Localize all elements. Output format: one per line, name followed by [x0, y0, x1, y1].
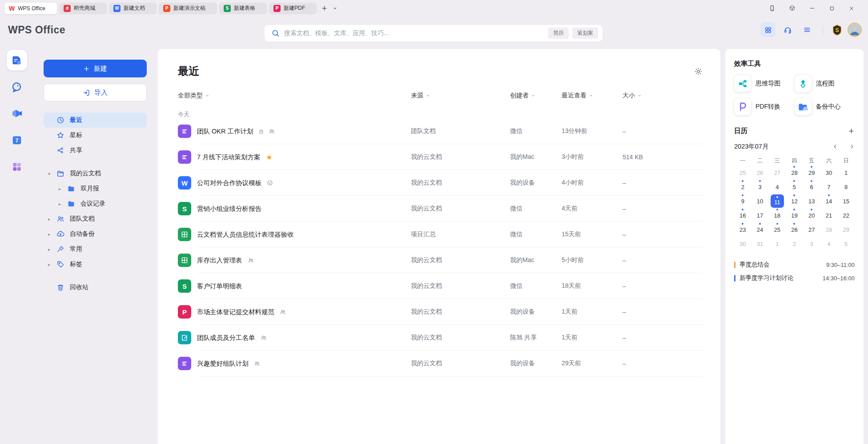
sidebar-item[interactable]: ▾ 我的云文档: [44, 166, 147, 181]
calendar-day[interactable]: 13: [803, 194, 820, 208]
sidebar-item[interactable]: ▸ 团队文档: [44, 211, 147, 226]
sidebar-item[interactable]: ▸ 标签: [44, 257, 147, 272]
prev-month-chevron-left-icon[interactable]: [832, 144, 838, 149]
filter-dropdown[interactable]: 来源: [411, 92, 510, 100]
calendar-event[interactable]: 新季度学习计划讨论 14:30–16:00: [734, 271, 855, 285]
window-mobile-view[interactable]: [769, 5, 776, 12]
next-month-chevron-right-icon[interactable]: [849, 144, 855, 149]
calendar-day[interactable]: 25: [734, 165, 751, 180]
sidebar-item[interactable]: ▸ 会议记录: [44, 196, 147, 211]
file-row[interactable]: W 公司对外合作协议模板 我的云文档 我的设备 4小时前 –: [178, 170, 703, 196]
calendar-day[interactable]: 5: [837, 237, 855, 251]
window-close[interactable]: [848, 5, 855, 12]
filter-dropdown[interactable]: 创建者: [510, 92, 562, 100]
caret-icon[interactable]: ▾: [48, 171, 56, 176]
tab-docer-store[interactable]: d 稻壳商城: [59, 3, 107, 14]
calendar-day[interactable]: 20: [803, 208, 820, 222]
calendar-day[interactable]: 26: [786, 222, 803, 237]
search-suggestion-chip[interactable]: 策划案: [572, 28, 598, 39]
calendar-day[interactable]: 25: [768, 222, 786, 237]
calendar-day[interactable]: 28: [820, 222, 838, 237]
tab-new-presentation[interactable]: P 新建演示文稿: [159, 3, 217, 14]
calendar-day[interactable]: 19: [786, 208, 803, 222]
sidebar-item[interactable]: 回收站: [44, 280, 147, 295]
calendar-day[interactable]: 18: [768, 208, 786, 222]
calendar-day[interactable]: 9: [734, 194, 751, 208]
tab-new-document[interactable]: W 新建文档: [109, 3, 157, 14]
caret-icon[interactable]: ▸: [48, 262, 56, 267]
new-tab-button[interactable]: [319, 3, 330, 14]
sidebar-item[interactable]: 星标: [44, 128, 147, 143]
filter-dropdown[interactable]: 最近查看: [562, 92, 623, 100]
search-suggestion-chip[interactable]: 简历: [548, 28, 569, 39]
rail-item-messages[interactable]: [7, 77, 27, 97]
file-row[interactable]: 兴趣爱好组队计划 我的云文档 我的设备 29天前 –: [178, 351, 703, 376]
window-workspace[interactable]: [789, 5, 796, 12]
calendar-day[interactable]: 2: [734, 180, 751, 194]
window-minimize[interactable]: [809, 5, 816, 12]
file-row[interactable]: S 客户订单明细表 我的云文档 微信 18天前 –: [178, 273, 703, 299]
import-button[interactable]: 导入: [44, 84, 147, 101]
rail-item-apps[interactable]: [7, 157, 27, 177]
calendar-day[interactable]: 4: [768, 180, 786, 194]
calendar-day[interactable]: 14: [820, 194, 838, 208]
calendar-day[interactable]: 30: [820, 165, 838, 180]
calendar-day[interactable]: 17: [751, 208, 769, 222]
file-row[interactable]: S 营销小组业绩分析报告 我的云文档 微信 4天前 –: [178, 196, 703, 222]
calendar-day[interactable]: 3: [803, 237, 820, 251]
filter-dropdown[interactable]: 大小: [623, 92, 703, 100]
tool-mind-map[interactable]: 思维导图: [734, 75, 795, 92]
calendar-day[interactable]: 3: [751, 180, 769, 194]
tool-flowchart[interactable]: 流程图: [795, 75, 855, 92]
window-maximize[interactable]: [829, 5, 835, 12]
calendar-day[interactable]: 11: [768, 194, 786, 208]
caret-icon[interactable]: ▸: [48, 247, 56, 252]
avatar[interactable]: [848, 23, 862, 37]
calendar-day[interactable]: 28: [786, 165, 803, 180]
calendar-day[interactable]: 22: [837, 208, 855, 222]
calendar-day[interactable]: 7: [820, 180, 838, 194]
calendar-day[interactable]: 23: [734, 222, 751, 237]
customer-support[interactable]: [780, 22, 795, 37]
star-filled-icon[interactable]: [266, 154, 273, 161]
caret-icon[interactable]: ▸: [48, 217, 56, 222]
calendar-day[interactable]: 31: [751, 237, 769, 251]
calendar-day[interactable]: 4: [820, 237, 838, 251]
calendar-day[interactable]: 1: [837, 165, 855, 180]
calendar-day[interactable]: 24: [751, 222, 769, 237]
calendar-day[interactable]: 12: [786, 194, 803, 208]
file-row[interactable]: 7 月线下活动策划方案 我的云文档 我的Mac 3小时前 514 KB: [178, 144, 703, 170]
file-row[interactable]: 团队 OKR 工作计划 团队文档 微信 13分钟前 –: [178, 118, 703, 144]
calendar-day[interactable]: 6: [803, 180, 820, 194]
tool-pdf-convert[interactable]: PDF转换: [734, 98, 795, 115]
add-event-button[interactable]: [848, 128, 855, 134]
calendar-day[interactable]: 21: [820, 208, 838, 222]
apps-launcher[interactable]: [760, 22, 776, 37]
new-button[interactable]: 新建: [44, 60, 147, 77]
calendar-day[interactable]: 27: [803, 222, 820, 237]
tab-wps-home[interactable]: W WPS Office: [4, 3, 57, 14]
caret-icon[interactable]: ▸: [48, 232, 56, 237]
caret-icon[interactable]: ▸: [59, 186, 67, 191]
rail-item-calendar[interactable]: 7: [7, 130, 27, 150]
filter-dropdown[interactable]: 全部类型: [178, 92, 411, 100]
search-input[interactable]: 搜索文档、模板、文库、应用、技巧... 简历策划案: [265, 25, 603, 41]
calendar-day[interactable]: 1: [768, 237, 786, 251]
settings-gear-icon[interactable]: [694, 67, 703, 76]
calendar-day[interactable]: 2: [786, 237, 803, 251]
file-row[interactable]: 库存出入管理表 我的云文档 我的Mac 5小时前 –: [178, 247, 703, 273]
membership-badge-icon[interactable]: S: [831, 24, 843, 36]
calendar-day[interactable]: 5: [786, 180, 803, 194]
calendar-day[interactable]: 30: [734, 237, 751, 251]
calendar-day[interactable]: 29: [803, 165, 820, 180]
calendar-day[interactable]: 8: [837, 180, 855, 194]
calendar-day[interactable]: 26: [751, 165, 769, 180]
sidebar-item[interactable]: 共享: [44, 143, 147, 158]
rail-item-meetings[interactable]: [7, 103, 27, 124]
calendar-day[interactable]: 16: [734, 208, 751, 222]
sidebar-item[interactable]: ▸ 常用: [44, 242, 147, 257]
calendar-day[interactable]: 10: [751, 194, 769, 208]
tool-backup-center[interactable]: 备份中心: [795, 98, 855, 115]
file-row[interactable]: 团队成员及分工名单 我的云文档 陈旭 共享 1天前 –: [178, 325, 703, 351]
rail-item-documents[interactable]: [7, 50, 27, 70]
